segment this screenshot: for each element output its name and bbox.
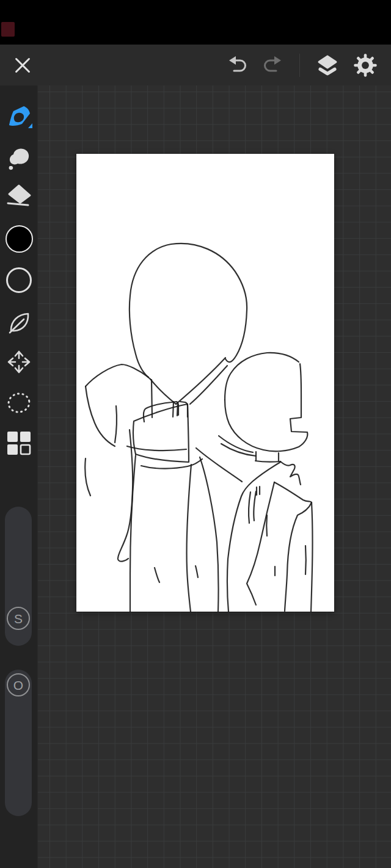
toolbar-divider [299,54,300,77]
undo-button[interactable] [226,53,250,78]
tool-color[interactable] [5,225,33,253]
layers-icon [315,52,340,78]
tool-brush[interactable] [5,101,33,129]
layers-button[interactable] [315,53,340,78]
leaf-icon [5,309,32,336]
drawing-canvas[interactable] [76,154,334,612]
close-button[interactable] [10,53,35,78]
status-bar [0,0,391,45]
circle-icon [6,267,32,293]
tool-move[interactable] [5,348,33,376]
smudge-icon [5,144,32,171]
workspace[interactable] [38,85,391,868]
opacity-thumb[interactable]: O [7,673,30,696]
move-icon [5,349,32,375]
brush-size-badge-label: S [14,612,23,625]
grid-icon [5,430,32,457]
tool-lasso[interactable] [5,389,33,417]
opacity-badge-label: O [13,679,23,692]
settings-button[interactable] [353,53,378,78]
lasso-icon [5,389,32,416]
tool-sidebar: S O [0,85,38,868]
tool-leaf[interactable] [5,308,33,336]
tool-brush-shape[interactable] [5,266,33,294]
drawing-app: S O [0,0,391,868]
tool-eraser[interactable] [5,183,33,211]
eraser-icon [5,183,32,210]
brush-size-thumb[interactable]: S [7,607,30,630]
recording-indicator [1,22,15,37]
undo-icon [227,54,249,76]
gear-icon [353,52,378,78]
sketch-svg [76,154,334,612]
color-swatch-icon [5,225,33,253]
tool-smudge[interactable] [5,143,33,172]
redo-button[interactable] [260,53,284,78]
redo-icon [261,54,283,76]
close-icon [11,54,34,77]
subtool-flag [28,123,32,128]
brush-icon [5,101,33,129]
top-toolbar [0,45,391,85]
tool-materials[interactable] [5,429,33,457]
